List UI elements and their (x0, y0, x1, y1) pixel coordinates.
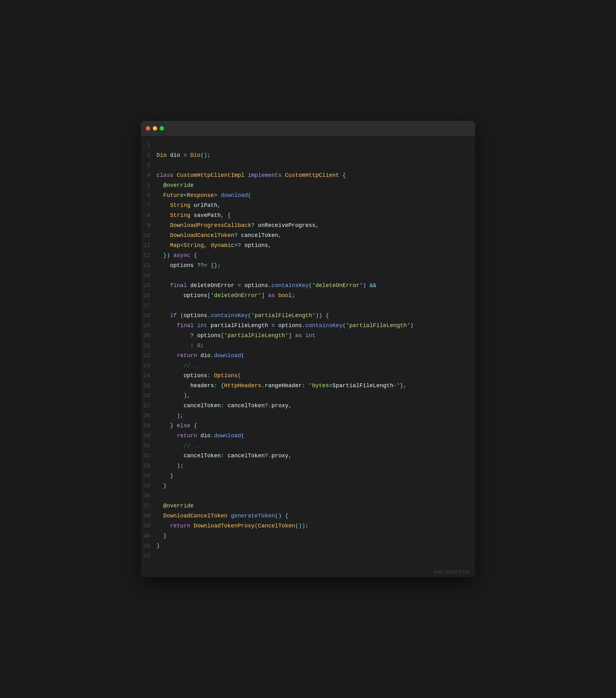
code-line: 34 } (141, 471, 475, 481)
code-line: 41 } (141, 542, 475, 552)
code-line: 28 ); (141, 411, 475, 421)
code-line: 6 Future<Response> download( (141, 191, 475, 201)
code-line: 40 } (141, 531, 475, 542)
code-line: 1 (141, 141, 475, 151)
code-line: 18 if (options.containsKey('partialFileL… (141, 311, 475, 321)
code-line: 25 headers: {HttpHeaders.rangeHeader: 'b… (141, 381, 475, 391)
code-line: 33 ); (141, 461, 475, 471)
code-line: 11 Map<String, dynamic>? options, (141, 241, 475, 251)
code-line: 26 ), (141, 391, 475, 401)
code-line: 42 (141, 552, 475, 561)
code-line: 13 options ??= {}; (141, 261, 475, 271)
minimize-button[interactable] (153, 126, 157, 130)
code-line: 2 Dio dio = Dio(); (141, 151, 475, 161)
code-line: 21 : 0; (141, 341, 475, 351)
code-line: 8 String savePath, { (141, 211, 475, 221)
code-line: 17 (141, 301, 475, 311)
code-window: 1 2 Dio dio = Dio(); 3 4 class CustomHtt… (141, 121, 475, 577)
code-line: 5 @override (141, 181, 475, 191)
code-line: 3 (141, 161, 475, 171)
code-line: 4 class CustomHttpClientImpl implements … (141, 171, 475, 181)
code-line: 35 } (141, 481, 475, 491)
code-line: 14 (141, 271, 475, 281)
code-line: 38 DownloadCancelToken generateToken() { (141, 512, 475, 521)
code-line: 22 return dio.download( (141, 351, 475, 361)
code-line: 20 ? options['partialFileLength'] as int (141, 331, 475, 341)
code-line: 24 options: Options( (141, 371, 475, 381)
code-line: 30 return dio.download( (141, 431, 475, 441)
close-button[interactable] (146, 126, 150, 130)
code-line: 19 final int partialFileLength = options… (141, 321, 475, 331)
code-line: 29 } else { (141, 421, 475, 431)
code-line: 16 options['deleteOnError'] as bool; (141, 291, 475, 301)
code-line: 9 DownloadProgressCallback? onReceivePro… (141, 221, 475, 231)
code-line: 31 // ... (141, 441, 475, 451)
code-line: 32 cancelToken: cancelToken?.proxy, (141, 451, 475, 461)
code-line: 23 // ... (141, 361, 475, 371)
code-line: 15 final deleteOnError = options.contain… (141, 281, 475, 291)
code-area: 1 2 Dio dio = Dio(); 3 4 class CustomHtt… (141, 136, 475, 567)
code-line: 27 cancelToken: cancelToken?.proxy, (141, 401, 475, 411)
code-line: 10 DownloadCancelToken? cancelToken, (141, 231, 475, 241)
code-line: 39 return DownloadTokenProxy(CancelToken… (141, 521, 475, 531)
titlebar (141, 121, 475, 136)
code-line: 12 }) async { (141, 251, 475, 261)
watermark: @稀土掘金技术社区 (141, 567, 475, 577)
code-line: 37 @override (141, 501, 475, 512)
maximize-button[interactable] (160, 126, 164, 130)
code-line: 7 String urlPath, (141, 201, 475, 211)
code-line: 36 (141, 491, 475, 501)
